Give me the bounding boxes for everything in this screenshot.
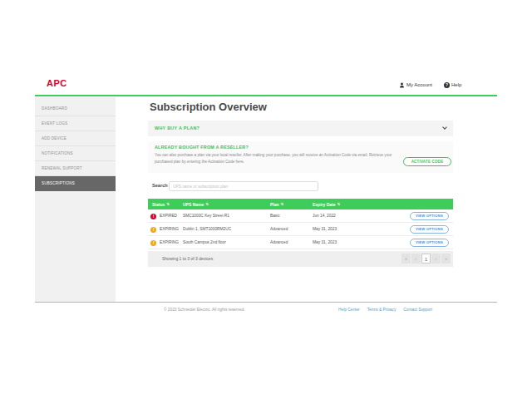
sidebar-item-add-device[interactable]: ADD DEVICE bbox=[35, 131, 116, 146]
plan-value: Basic bbox=[270, 209, 280, 222]
person-icon bbox=[399, 82, 405, 88]
reseller-body-text: You can also purchase a plan via your lo… bbox=[155, 152, 404, 165]
status-badge: EXPIRING bbox=[160, 236, 179, 249]
search-row: Search bbox=[148, 180, 453, 192]
column-header-plan[interactable]: Plan⇅ bbox=[270, 199, 283, 209]
footer-divider bbox=[35, 302, 497, 303]
expiry-date-value: May 31, 2023 bbox=[313, 236, 337, 249]
subscription-overview-page: APC My Account ? Help DASHBOARD EVENT LO… bbox=[0, 0, 532, 399]
results-summary: Showing 1 to 3 of 3 devices bbox=[162, 256, 213, 261]
column-header-expiry-date[interactable]: Expiry Date⇅ bbox=[313, 199, 340, 209]
sidebar-item-event-logs[interactable]: EVENT LOGS bbox=[35, 116, 116, 131]
status-badge: EXPIRING bbox=[160, 223, 179, 235]
exclamation-circle-icon: ! bbox=[150, 240, 156, 246]
copyright-text: © 2023 Schneider Electric. All rights re… bbox=[164, 308, 245, 312]
sidebar: DASHBOARD EVENT LOGS ADD DEVICE NOTIFICA… bbox=[35, 97, 116, 302]
terms-privacy-link[interactable]: Terms & Privacy bbox=[367, 308, 397, 312]
pagination-bar: Showing 1 to 3 of 3 devices « ‹ 1 › » bbox=[148, 251, 453, 267]
sidebar-item-renewal-support[interactable]: RENEWAL SUPPORT bbox=[35, 161, 116, 176]
search-input[interactable] bbox=[169, 181, 318, 191]
expiry-date-value: May 31, 2023 bbox=[313, 223, 337, 235]
page-title: Subscription Overview bbox=[150, 101, 267, 113]
sort-arrows-icon: ⇅ bbox=[337, 202, 341, 206]
my-account-button[interactable]: My Account bbox=[399, 82, 432, 88]
help-label: Help bbox=[451, 82, 461, 87]
sort-arrows-icon: ⇅ bbox=[166, 202, 170, 206]
next-page-button[interactable]: › bbox=[431, 254, 441, 264]
header-actions: My Account ? Help bbox=[399, 81, 490, 89]
why-buy-a-plan-accordion[interactable]: WHY BUY A PLAN? bbox=[148, 121, 453, 136]
previous-page-button[interactable]: ‹ bbox=[411, 254, 421, 264]
plan-value: Advanced bbox=[270, 223, 288, 235]
plan-value: Advanced bbox=[270, 236, 288, 249]
status-badge: EXPIRED bbox=[160, 209, 177, 222]
help-icon: ? bbox=[444, 82, 450, 88]
contact-support-link[interactable]: Contact Support bbox=[403, 308, 432, 312]
reseller-heading: ALREADY BOUGHT FROM A RESELLER? bbox=[155, 145, 249, 150]
sidebar-item-dashboard[interactable]: DASHBOARD bbox=[35, 101, 116, 116]
footer-links: Help Center Terms & Privacy Contact Supp… bbox=[338, 308, 432, 312]
last-page-button[interactable]: » bbox=[441, 254, 451, 264]
help-button[interactable]: ? Help bbox=[444, 82, 461, 88]
sort-arrows-icon: ⇅ bbox=[281, 202, 284, 206]
help-center-link[interactable]: Help Center bbox=[338, 308, 360, 312]
expiry-date-value: Jun 14, 2022 bbox=[313, 209, 336, 222]
apc-logo[interactable]: APC bbox=[47, 78, 67, 88]
first-page-button[interactable]: « bbox=[401, 254, 411, 264]
ups-name: Dublin 1, SMT1000RM2UC bbox=[183, 223, 231, 235]
sort-arrows-icon: ⇅ bbox=[205, 202, 209, 206]
table-row: ! EXPIRING South Campus 2nd floor Advanc… bbox=[148, 236, 453, 249]
ups-name: South Campus 2nd floor bbox=[183, 236, 226, 249]
header-divider bbox=[35, 95, 497, 96]
view-options-button[interactable]: VIEW OPTIONS bbox=[410, 239, 449, 247]
sidebar-item-notifications[interactable]: NOTIFICATIONS bbox=[35, 146, 116, 161]
my-account-label: My Account bbox=[406, 82, 432, 87]
sidebar-item-subscriptions[interactable]: SUBSCRIPTIONS bbox=[35, 176, 116, 191]
exclamation-circle-icon: ! bbox=[150, 214, 156, 219]
table-row: ! EXPIRING Dublin 1, SMT1000RM2UC Advanc… bbox=[148, 223, 453, 236]
chevron-down-icon bbox=[442, 125, 447, 130]
table-row: ! EXPIRED SMC1000C Key Street R1 Basic J… bbox=[148, 209, 453, 223]
view-options-button[interactable]: VIEW OPTIONS bbox=[410, 212, 449, 220]
column-header-ups-name[interactable]: UPS Name⇅ bbox=[183, 199, 209, 209]
ups-name: SMC1000C Key Street R1 bbox=[183, 209, 229, 222]
view-options-button[interactable]: VIEW OPTIONS bbox=[410, 225, 449, 234]
table-header: Status⇅ UPS Name⇅ Plan⇅ Expiry Date⇅ bbox=[148, 199, 453, 209]
page-number-button[interactable]: 1 bbox=[421, 254, 431, 264]
exclamation-circle-icon: ! bbox=[150, 227, 156, 233]
column-header-status[interactable]: Status⇅ bbox=[152, 199, 170, 209]
reseller-section: ALREADY BOUGHT FROM A RESELLER? You can … bbox=[148, 141, 453, 173]
accordion-label: WHY BUY A PLAN? bbox=[155, 126, 200, 131]
activate-code-button[interactable]: ACTIVATE CODE bbox=[403, 157, 451, 166]
pager: « ‹ 1 › » bbox=[401, 254, 451, 264]
search-label: Search bbox=[152, 183, 168, 188]
